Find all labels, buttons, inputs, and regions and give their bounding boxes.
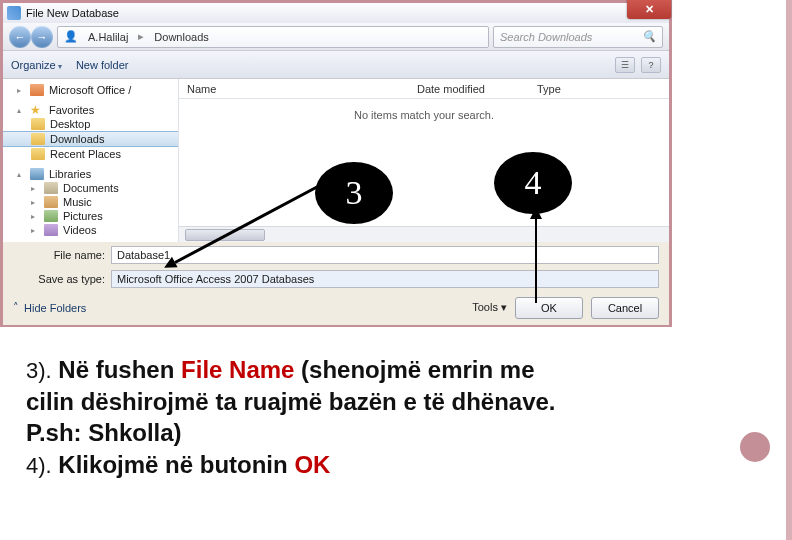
sidebar: ▸Microsoft Office / ▴★Favorites Desktop …	[3, 79, 179, 242]
sidebar-item-recent[interactable]: Recent Places	[3, 147, 178, 161]
sidebar-item-label: Downloads	[50, 133, 104, 145]
nav-arrows: ← →	[9, 26, 53, 48]
organize-menu[interactable]: Organize	[11, 59, 62, 71]
tools-menu[interactable]: Tools ▾	[472, 301, 507, 314]
search-placeholder: Search Downloads	[500, 31, 592, 43]
slide-right-border	[786, 0, 792, 540]
new-folder-button[interactable]: New folder	[76, 59, 129, 71]
star-icon: ★	[30, 104, 44, 116]
sidebar-item-label: Recent Places	[50, 148, 121, 160]
chevron-right-icon: ▸	[138, 30, 144, 43]
file-name-row: File name: Database1	[3, 244, 669, 266]
save-dialog-screenshot: File New Database ✕ ← → 👤 A.Halilaj ▸ Do…	[0, 0, 672, 327]
file-name-term: File Name	[181, 356, 294, 383]
pictures-icon	[44, 210, 58, 222]
sidebar-item-label: Microsoft Office /	[49, 84, 131, 96]
column-headers: Name Date modified Type	[179, 79, 669, 99]
path-seg-folder: Downloads	[154, 31, 208, 43]
titlebar: File New Database ✕	[3, 3, 669, 23]
instruction-text: 3). Në fushen File Name (shenojmë emrin …	[26, 354, 760, 481]
tools-label: Tools	[472, 301, 498, 313]
sidebar-item-videos[interactable]: ▸Videos	[3, 223, 178, 237]
sidebar-item-label: Desktop	[50, 118, 90, 130]
col-date[interactable]: Date modified	[417, 83, 537, 95]
horizontal-scrollbar[interactable]	[179, 226, 669, 242]
address-bar: ← → 👤 A.Halilaj ▸ Downloads Search Downl…	[3, 23, 669, 51]
sidebar-item-office[interactable]: ▸Microsoft Office /	[3, 83, 178, 97]
file-name-label: File name:	[13, 249, 105, 261]
decorative-dot	[740, 432, 770, 462]
text-segment: P.sh: Shkolla)	[26, 419, 182, 446]
sidebar-item-label: Videos	[63, 224, 96, 236]
sidebar-item-label: Pictures	[63, 210, 103, 222]
sidebar-item-label: Favorites	[49, 104, 94, 116]
arrow-left-icon: ←	[15, 31, 26, 43]
col-type[interactable]: Type	[537, 83, 617, 95]
chevron-up-icon: ˄	[13, 301, 19, 314]
col-name[interactable]: Name	[187, 83, 417, 95]
file-name-input[interactable]: Database1	[111, 246, 659, 264]
arrow-right-icon: →	[37, 31, 48, 43]
step-number-3: 3).	[26, 358, 52, 383]
libraries-icon	[30, 168, 44, 180]
step-number-4: 4).	[26, 453, 52, 478]
sidebar-item-downloads[interactable]: Downloads	[3, 131, 178, 147]
annotation-circle-4: 4	[494, 152, 572, 214]
file-name-value: Database1	[117, 249, 170, 261]
sidebar-item-favorites[interactable]: ▴★Favorites	[3, 103, 178, 117]
toolbar: Organize New folder ☰ ?	[3, 51, 669, 79]
close-icon: ✕	[645, 3, 654, 16]
save-as-type-row: Save as type: Microsoft Office Access 20…	[3, 268, 669, 290]
cancel-label: Cancel	[608, 302, 642, 314]
sidebar-item-music[interactable]: ▸Music	[3, 195, 178, 209]
annotation-arrow-4	[535, 219, 537, 303]
folder-icon	[31, 133, 45, 145]
documents-icon	[44, 182, 58, 194]
user-icon: 👤	[64, 30, 78, 43]
ok-term: OK	[294, 451, 330, 478]
forward-button[interactable]: →	[31, 26, 53, 48]
sidebar-item-documents[interactable]: ▸Documents	[3, 181, 178, 195]
office-icon	[30, 84, 44, 96]
sidebar-item-label: Libraries	[49, 168, 91, 180]
app-icon	[7, 6, 21, 20]
view-mode-button[interactable]: ☰	[615, 57, 635, 73]
search-input[interactable]: Search Downloads 🔍	[493, 26, 663, 48]
annotation-circle-3: 3	[315, 162, 393, 224]
back-button[interactable]: ←	[9, 26, 31, 48]
dialog-title: File New Database	[26, 7, 119, 19]
save-as-type-select[interactable]: Microsoft Office Access 2007 Databases	[111, 270, 659, 288]
text-segment: Klikojmë në butonin	[58, 451, 287, 478]
empty-message: No items match your search.	[179, 99, 669, 226]
folder-icon	[31, 118, 45, 130]
music-icon	[44, 196, 58, 208]
path-seg-user: A.Halilaj	[88, 31, 128, 43]
folder-icon	[31, 148, 45, 160]
sidebar-item-libraries[interactable]: ▴Libraries	[3, 167, 178, 181]
hide-folders-button[interactable]: ˄ Hide Folders	[13, 301, 86, 314]
sidebar-item-pictures[interactable]: ▸Pictures	[3, 209, 178, 223]
search-icon: 🔍	[642, 30, 656, 43]
text-segment: (shenojmë emrin me	[301, 356, 534, 383]
dialog-bottom-bar: ˄ Hide Folders Tools ▾ OK Cancel	[3, 290, 669, 325]
help-button[interactable]: ?	[641, 57, 661, 73]
cancel-button[interactable]: Cancel	[591, 297, 659, 319]
ok-button[interactable]: OK	[515, 297, 583, 319]
save-as-type-value: Microsoft Office Access 2007 Databases	[117, 273, 314, 285]
file-list-pane: Name Date modified Type No items match y…	[179, 79, 669, 242]
save-as-type-label: Save as type:	[13, 273, 105, 285]
videos-icon	[44, 224, 58, 236]
text-segment: Në fushen	[58, 356, 174, 383]
breadcrumb[interactable]: 👤 A.Halilaj ▸ Downloads	[57, 26, 489, 48]
sidebar-item-label: Music	[63, 196, 92, 208]
text-segment: cilin dëshirojmë ta ruajmë bazën e të dh…	[26, 388, 556, 415]
sidebar-item-desktop[interactable]: Desktop	[3, 117, 178, 131]
sidebar-item-label: Documents	[63, 182, 119, 194]
ok-label: OK	[541, 302, 557, 314]
close-button[interactable]: ✕	[627, 0, 671, 19]
hide-folders-label: Hide Folders	[24, 302, 86, 314]
